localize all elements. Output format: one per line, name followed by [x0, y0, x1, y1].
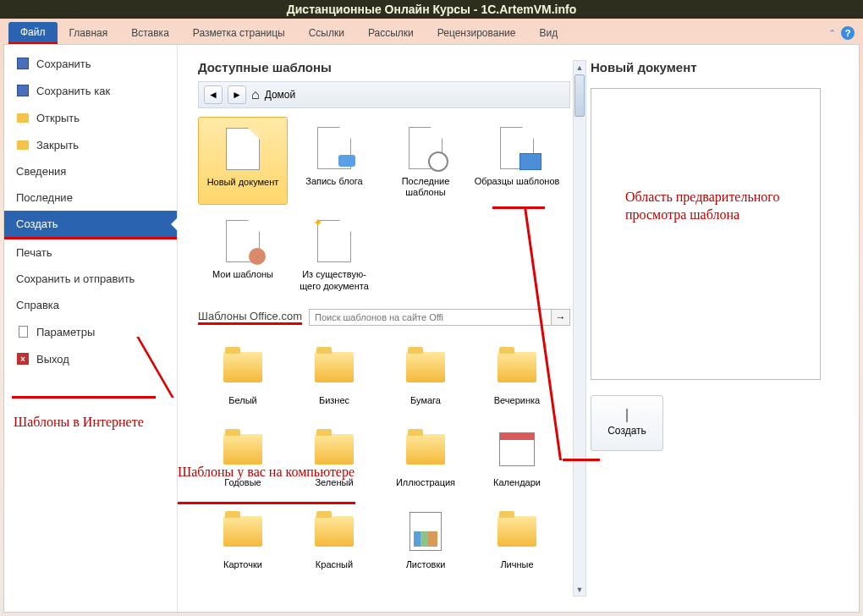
search-go-button[interactable]: → — [552, 309, 570, 326]
ribbon-tab-file[interactable]: Файл — [8, 22, 58, 45]
ribbon-tab-refs[interactable]: Ссылки — [297, 23, 356, 43]
template-folder-illustration[interactable]: Иллюстрация — [381, 418, 470, 495]
sidebar-item-recent[interactable]: Последние — [4, 184, 177, 211]
annotation-preview: Область предварительного просмотра шабло… — [625, 189, 813, 224]
ribbon-tab-insert[interactable]: Вставка — [119, 23, 181, 43]
folder-icon — [315, 516, 354, 547]
nav-back-button[interactable]: ◄ — [204, 85, 223, 104]
template-folder-paper[interactable]: Бумага — [381, 336, 470, 413]
template-my-templates[interactable]: Мои шаблоны — [198, 210, 288, 298]
exit-icon: × — [16, 352, 30, 366]
home-icon[interactable]: ⌂ — [251, 87, 260, 102]
folder-icon — [406, 352, 445, 382]
folder-icon — [406, 434, 445, 465]
folder-icon — [223, 352, 262, 382]
template-folder-business[interactable]: Бизнес — [289, 336, 379, 413]
folder-icon — [223, 516, 262, 547]
sidebar-item-print[interactable]: Печать — [4, 239, 177, 266]
disk-icon — [16, 84, 30, 97]
template-nav: ◄ ► ⌂ Домой — [198, 81, 570, 108]
samples-icon — [492, 124, 542, 173]
create-button[interactable]: Создать — [591, 395, 663, 451]
window-titlebar: Дистанционные Онлайн Курсы - 1C.ArtemVM.… — [0, 0, 863, 19]
sidebar-item-options[interactable]: Параметры — [4, 318, 177, 345]
template-samples[interactable]: Образцы шаблонов — [472, 117, 562, 205]
template-folder-white[interactable]: Белый — [198, 336, 288, 413]
sidebar-item-share[interactable]: Сохранить и отправить — [4, 266, 177, 292]
flyer-icon — [410, 512, 442, 551]
online-templates-grid: Белый Бизнес Бумага Вечеринка Годовые Зе… — [198, 336, 570, 578]
templates-title: Доступные шаблоны — [198, 60, 570, 74]
help-icon[interactable]: ? — [841, 26, 855, 40]
sidebar-item-exit[interactable]: ×Выход — [4, 345, 177, 372]
ribbon-tab-view[interactable]: Вид — [527, 23, 569, 43]
sidebar-item-saveas[interactable]: Сохранить как — [4, 77, 177, 104]
ribbon-tab-mailings[interactable]: Рассылки — [356, 23, 426, 43]
breadcrumb-home[interactable]: Домой — [265, 89, 296, 101]
template-folder-green[interactable]: Зеленый — [289, 418, 379, 495]
scroll-thumb[interactable] — [574, 74, 585, 117]
sidebar-item-info[interactable]: Сведения — [4, 158, 177, 184]
template-blank-document[interactable]: Новый документ — [198, 117, 288, 205]
office-templates-title: Шаблоны Office.com — [198, 310, 302, 325]
template-folder-calendars[interactable]: Календари — [472, 418, 562, 495]
folder-icon — [497, 516, 536, 547]
template-folder-flyers[interactable]: Листовки — [381, 500, 470, 577]
nav-forward-button[interactable]: ► — [228, 85, 246, 104]
my-templates-icon — [217, 217, 268, 266]
template-search-input[interactable] — [309, 309, 552, 326]
template-folder-cards[interactable]: Карточки — [198, 500, 288, 577]
template-folder-yearly[interactable]: Годовые — [198, 418, 288, 495]
ribbon-tab-layout[interactable]: Разметка страницы — [181, 23, 297, 43]
disk-icon — [16, 57, 30, 70]
ribbon-tab-home[interactable]: Главная — [58, 23, 120, 43]
folder-open-icon — [16, 111, 30, 124]
folder-icon — [223, 434, 262, 465]
create-doc-icon — [626, 410, 628, 421]
from-existing-icon: ✦ — [309, 217, 360, 266]
ribbon-tab-review[interactable]: Рецензирование — [426, 23, 528, 43]
ribbon: Файл Главная Вставка Разметка страницы С… — [3, 22, 860, 44]
template-folder-red[interactable]: Красный — [289, 500, 379, 577]
template-folder-personal[interactable]: Личные — [472, 500, 562, 577]
scroll-up-icon[interactable]: ▲ — [574, 61, 585, 74]
sidebar-item-save[interactable]: Сохранить — [4, 50, 177, 77]
local-templates-grid: Новый документ Запись блога Последние ша… — [198, 117, 570, 299]
sidebar-item-new[interactable]: Создать — [4, 211, 177, 239]
preview-title: Новый документ — [591, 60, 838, 74]
options-icon — [16, 325, 30, 338]
sidebar-item-help[interactable]: Справка — [4, 292, 177, 318]
calendar-icon — [499, 432, 535, 466]
recent-icon — [400, 124, 451, 173]
blank-doc-icon — [217, 124, 268, 173]
blog-icon — [309, 124, 360, 173]
folder-icon — [16, 138, 30, 151]
folder-icon — [315, 434, 354, 465]
sidebar-item-close[interactable]: Закрыть — [4, 131, 177, 158]
templates-scrollbar[interactable]: ▲ ▼ — [573, 60, 586, 597]
backstage-sidebar: Сохранить Сохранить как Открыть Закрыть … — [4, 45, 178, 612]
template-blog-post[interactable]: Запись блога — [289, 117, 379, 205]
folder-icon — [497, 352, 536, 382]
template-folder-party[interactable]: Вечеринка — [472, 336, 562, 413]
collapse-ribbon-icon[interactable]: ⌃ — [828, 28, 836, 39]
template-preview-area: Область предварительного просмотра шабло… — [591, 88, 821, 380]
template-from-existing[interactable]: ✦ Из существую- щего документа — [289, 210, 379, 298]
folder-icon — [315, 352, 354, 382]
template-recent[interactable]: Последние шаблоны — [381, 117, 470, 205]
sidebar-item-open[interactable]: Открыть — [4, 104, 177, 131]
scroll-down-icon[interactable]: ▼ — [574, 583, 585, 596]
